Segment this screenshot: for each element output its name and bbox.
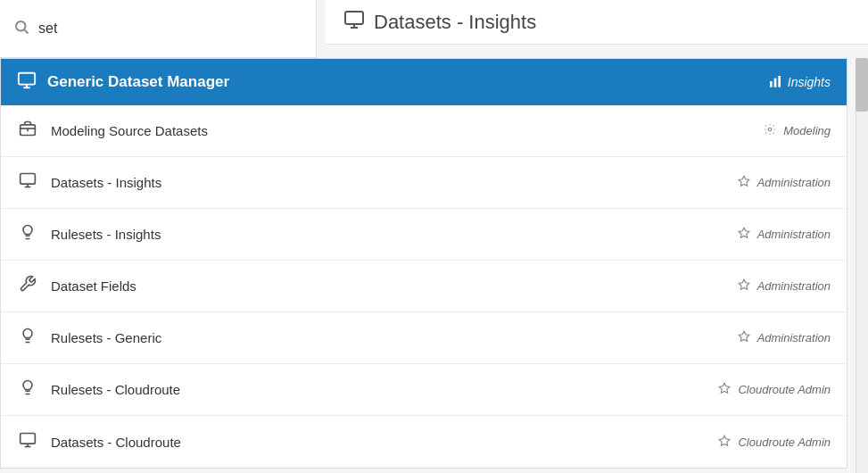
top-bar: Datasets - Insights bbox=[326, 0, 868, 45]
item-category: Administration bbox=[757, 228, 831, 241]
search-input[interactable] bbox=[38, 21, 302, 37]
item-category: Cloudroute Admin bbox=[738, 383, 831, 396]
svg-marker-29 bbox=[720, 436, 731, 445]
svg-point-3 bbox=[16, 21, 26, 31]
list-item[interactable]: Modeling Source Datasets Modeling bbox=[1, 105, 847, 157]
item-label: Rulesets - Insights bbox=[51, 227, 161, 242]
svg-marker-23 bbox=[739, 331, 749, 341]
item-left: Rulesets - Cloudroute bbox=[17, 378, 180, 401]
search-bar bbox=[0, 0, 317, 58]
star-icon bbox=[738, 175, 750, 190]
wrench-icon bbox=[17, 275, 38, 297]
item-label: Rulesets - Cloudroute bbox=[51, 382, 180, 397]
item-right: Cloudroute Admin bbox=[718, 382, 831, 397]
svg-marker-25 bbox=[720, 383, 731, 393]
item-left: Modeling Source Datasets bbox=[17, 120, 208, 142]
item-category: Cloudroute Admin bbox=[738, 436, 831, 449]
item-category: Modeling bbox=[783, 124, 831, 137]
star-icon bbox=[718, 435, 731, 450]
scrollbar-track[interactable] bbox=[856, 58, 868, 473]
briefcase-icon bbox=[17, 120, 38, 142]
star-icon bbox=[718, 382, 731, 397]
svg-rect-0 bbox=[345, 12, 363, 24]
svg-rect-8 bbox=[770, 81, 773, 87]
svg-rect-9 bbox=[773, 78, 776, 87]
item-label: Datasets - Cloudroute bbox=[51, 435, 181, 450]
dropdown-header[interactable]: Generic Dataset Manager Insights bbox=[1, 59, 847, 105]
list-item[interactable]: Datasets - Cloudroute Cloudroute Admin bbox=[1, 416, 847, 468]
star-icon bbox=[738, 227, 750, 242]
topbar-title: Datasets - Insights bbox=[374, 11, 536, 34]
dropdown-header-title: Generic Dataset Manager bbox=[47, 73, 229, 91]
item-label: Datasets - Insights bbox=[51, 175, 161, 190]
svg-marker-21 bbox=[739, 279, 749, 289]
item-left: Dataset Fields bbox=[17, 275, 136, 297]
list-item[interactable]: Rulesets - Cloudroute Cloudroute Admin bbox=[1, 364, 847, 416]
svg-point-14 bbox=[768, 128, 772, 131]
svg-rect-15 bbox=[21, 174, 36, 185]
star-icon bbox=[738, 330, 750, 345]
svg-line-4 bbox=[24, 29, 28, 33]
item-category: Administration bbox=[757, 279, 831, 293]
header-monitor-icon bbox=[17, 71, 37, 94]
list-item[interactable]: Rulesets - Generic Administration bbox=[1, 312, 847, 364]
lightbulb-icon bbox=[17, 223, 38, 245]
scrollbar-thumb[interactable] bbox=[856, 58, 868, 112]
star-icon bbox=[738, 278, 750, 294]
dropdown-panel: Generic Dataset Manager Insights bbox=[0, 58, 847, 469]
topbar-monitor-icon bbox=[343, 9, 365, 35]
item-left: Datasets - Cloudroute bbox=[17, 431, 181, 453]
svg-rect-10 bbox=[778, 76, 781, 87]
item-category: Administration bbox=[757, 331, 831, 344]
item-left: Datasets - Insights bbox=[17, 171, 161, 194]
header-barchart-icon bbox=[768, 74, 782, 91]
list-item[interactable]: Dataset Fields Administration bbox=[1, 261, 847, 312]
monitor-icon bbox=[17, 431, 38, 453]
lightbulb-icon bbox=[17, 327, 38, 349]
lightbulb-icon bbox=[17, 378, 38, 401]
svg-marker-20 bbox=[739, 228, 749, 237]
item-right: Administration bbox=[738, 330, 831, 345]
search-icon bbox=[13, 19, 29, 38]
item-right: Administration bbox=[738, 227, 831, 242]
dropdown-header-right: Insights bbox=[768, 74, 831, 91]
item-label: Modeling Source Datasets bbox=[51, 123, 208, 138]
list-item[interactable]: Rulesets - Insights Administration bbox=[1, 209, 847, 261]
svg-rect-26 bbox=[21, 433, 36, 444]
item-left: Rulesets - Insights bbox=[17, 223, 161, 245]
dropdown-header-left: Generic Dataset Manager bbox=[17, 71, 229, 94]
item-left: Rulesets - Generic bbox=[17, 327, 161, 349]
svg-rect-5 bbox=[19, 73, 35, 85]
item-right: Cloudroute Admin bbox=[718, 435, 831, 450]
item-label: Dataset Fields bbox=[51, 278, 136, 294]
item-right: Administration bbox=[738, 175, 831, 190]
item-label: Rulesets - Generic bbox=[51, 330, 161, 345]
item-right: Modeling bbox=[764, 123, 831, 138]
list-item[interactable]: Datasets - Insights Administration bbox=[1, 157, 847, 209]
item-right: Administration bbox=[738, 278, 831, 294]
svg-marker-18 bbox=[739, 176, 749, 186]
item-category: Administration bbox=[757, 176, 831, 189]
gear-icon bbox=[764, 123, 776, 138]
monitor-icon bbox=[17, 171, 38, 194]
dropdown-header-badge: Insights bbox=[788, 75, 831, 89]
dropdown-list: Modeling Source Datasets Modeling bbox=[1, 105, 847, 468]
